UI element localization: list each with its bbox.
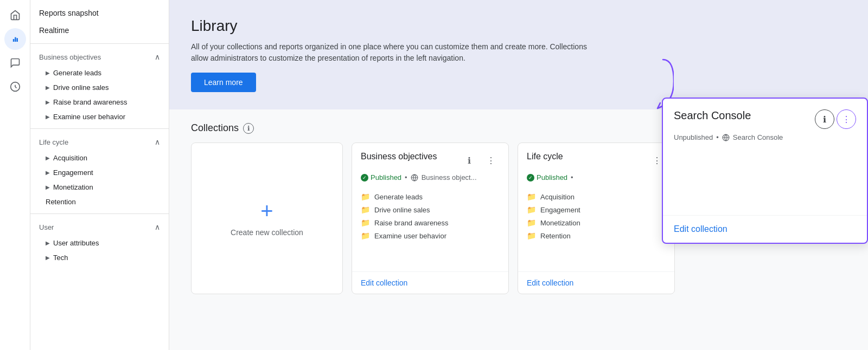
sidebar-divider-3 — [30, 213, 169, 214]
folder-engagement-icon: 📁 — [527, 205, 536, 214]
business-objectives-more-icon[interactable]: ⋮ — [482, 152, 500, 169]
card-item-examine-user-behavior: 📁 Examine user behavior — [361, 231, 500, 240]
chevron-acquisition-icon: ▶ — [46, 155, 50, 161]
create-collection-label: Create new collection — [231, 228, 303, 237]
business-objectives-info-icon[interactable]: ℹ — [461, 152, 478, 169]
sidebar-item-monetization[interactable]: ▶ Monetization — [30, 180, 169, 195]
life-cycle-card-status: ✓ Published • — [518, 173, 674, 188]
published-status: ✓ Published — [361, 173, 401, 182]
life-cycle-published-status: ✓ Published — [527, 173, 567, 182]
sidebar-item-drive-online-sales[interactable]: ▶ Drive online sales — [30, 80, 169, 95]
business-objectives-card-icons: ℹ ⋮ — [461, 152, 500, 169]
search-console-type-icon — [722, 134, 730, 141]
folder-examine-user-behavior-icon: 📁 — [361, 231, 370, 240]
sidebar-item-reports-snapshot[interactable]: Reports snapshot — [30, 4, 169, 22]
search-console-body — [663, 150, 867, 215]
business-objectives-card-footer: Edit collection — [352, 271, 508, 294]
life-cycle-card: Life cycle ⋮ ✓ Published • 📁 Acquisiti — [518, 142, 675, 294]
search-console-card: Search Console ℹ ⋮ Unpublished • Search … — [662, 98, 868, 244]
life-cycle-card-items: 📁 Acquisition 📁 Engagement 📁 Monetizatio… — [518, 188, 674, 271]
card-item-generate-leads: 📁 Generate leads — [361, 192, 500, 201]
advertising-icon[interactable] — [4, 76, 26, 98]
business-objectives-edit-link[interactable]: Edit collection — [361, 278, 407, 287]
collapse-user-icon[interactable]: ∧ — [155, 223, 160, 231]
chevron-drive-online-sales-icon: ▶ — [46, 85, 50, 90]
collection-type-icon — [411, 174, 418, 182]
chevron-monetization-icon: ▶ — [46, 184, 50, 190]
card-item-raise-brand-awareness: 📁 Raise brand awareness — [361, 218, 500, 227]
chevron-tech-icon: ▶ — [46, 255, 50, 261]
sidebar-item-tech[interactable]: ▶ Tech — [30, 250, 169, 265]
life-cycle-edit-link[interactable]: Edit collection — [527, 278, 573, 287]
sidebar-item-generate-leads[interactable]: ▶ Generate leads — [30, 66, 169, 80]
icon-bar — [0, 0, 30, 350]
published-dot: ✓ — [361, 174, 368, 182]
business-objectives-card-items: 📁 Generate leads 📁 Drive online sales 📁 … — [352, 188, 508, 271]
folder-monetization-icon: 📁 — [527, 218, 536, 227]
search-console-footer: Edit collection — [663, 215, 867, 243]
card-item-acquisition: 📁 Acquisition — [527, 192, 666, 201]
sidebar-item-realtime[interactable]: Realtime — [30, 22, 169, 39]
collections-info-icon[interactable]: ℹ — [243, 123, 254, 134]
library-description: All of your collections and reports orga… — [191, 41, 603, 64]
card-item-monetization: 📁 Monetization — [527, 218, 666, 227]
life-cycle-card-footer: Edit collection — [518, 271, 674, 294]
sidebar-divider-1 — [30, 43, 169, 44]
sidebar-item-user-attributes[interactable]: ▶ User attributes — [30, 236, 169, 250]
sidebar-divider-2 — [30, 128, 169, 129]
life-cycle-card-title: Life cycle — [527, 152, 563, 161]
folder-raise-brand-awareness-icon: 📁 — [361, 218, 370, 227]
life-cycle-card-header: Life cycle ⋮ — [518, 143, 674, 173]
folder-acquisition-icon: 📁 — [527, 192, 536, 201]
svg-rect-1 — [12, 39, 14, 42]
chevron-examine-user-behavior-icon: ▶ — [46, 114, 50, 120]
library-title: Library — [191, 17, 846, 35]
plus-icon: + — [260, 200, 273, 222]
card-item-retention: 📁 Retention — [527, 231, 666, 240]
learn-more-button[interactable]: Learn more — [191, 73, 256, 92]
life-cycle-published-dot: ✓ — [527, 174, 534, 182]
search-console-edit-link[interactable]: Edit collection — [674, 224, 727, 234]
sidebar-item-examine-user-behavior[interactable]: ▶ Examine user behavior — [30, 109, 169, 124]
sidebar-item-engagement[interactable]: ▶ Engagement — [30, 165, 169, 180]
create-new-collection-card[interactable]: + Create new collection — [191, 142, 343, 294]
svg-rect-2 — [15, 37, 16, 42]
sidebar-section-life-cycle[interactable]: Life cycle ∧ — [30, 133, 169, 151]
search-console-more-icon[interactable]: ⋮ — [837, 109, 856, 129]
chevron-engagement-icon: ▶ — [46, 170, 50, 176]
business-objectives-card-status: ✓ Published • Business object... — [352, 173, 508, 188]
sidebar-item-acquisition[interactable]: ▶ Acquisition — [30, 151, 169, 165]
search-console-status: Unpublished • Search Console — [663, 133, 867, 150]
reports-icon[interactable] — [4, 28, 26, 50]
business-objectives-card: Business objectives ℹ ⋮ ✓ Published • Bu… — [352, 142, 509, 294]
collapse-business-objectives-icon[interactable]: ∧ — [155, 53, 160, 61]
card-item-drive-online-sales: 📁 Drive online sales — [361, 205, 500, 214]
search-console-icons: ℹ ⋮ — [815, 109, 856, 129]
search-console-info-icon[interactable]: ℹ — [815, 109, 834, 129]
search-console-title: Search Console — [674, 109, 751, 122]
svg-rect-3 — [16, 38, 18, 42]
explore-icon[interactable] — [4, 52, 26, 74]
collections-title: Collections — [191, 122, 239, 134]
sidebar-section-business-objectives[interactable]: Business objectives ∧ — [30, 48, 169, 66]
sidebar-item-retention[interactable]: Retention — [30, 195, 169, 209]
sidebar: Reports snapshot Realtime Business objec… — [30, 0, 169, 350]
chevron-raise-brand-awareness-icon: ▶ — [46, 99, 50, 105]
collapse-life-cycle-icon[interactable]: ∧ — [155, 138, 160, 146]
main-content: Library All of your collections and repo… — [169, 0, 868, 350]
search-console-card-header: Search Console ℹ ⋮ — [663, 99, 867, 133]
business-objectives-card-title: Business objectives — [361, 152, 437, 161]
folder-drive-online-sales-icon: 📁 — [361, 205, 370, 214]
folder-generate-leads-icon: 📁 — [361, 192, 370, 201]
card-item-engagement: 📁 Engagement — [527, 205, 666, 214]
business-objectives-card-header: Business objectives ℹ ⋮ — [352, 143, 508, 173]
chevron-user-attributes-icon: ▶ — [46, 240, 50, 246]
library-hero: Library All of your collections and repo… — [169, 0, 868, 109]
sidebar-item-raise-brand-awareness[interactable]: ▶ Raise brand awareness — [30, 95, 169, 109]
folder-retention-icon: 📁 — [527, 231, 536, 240]
home-icon[interactable] — [4, 4, 26, 26]
chevron-generate-leads-icon: ▶ — [46, 70, 50, 76]
sidebar-section-user[interactable]: User ∧ — [30, 218, 169, 236]
